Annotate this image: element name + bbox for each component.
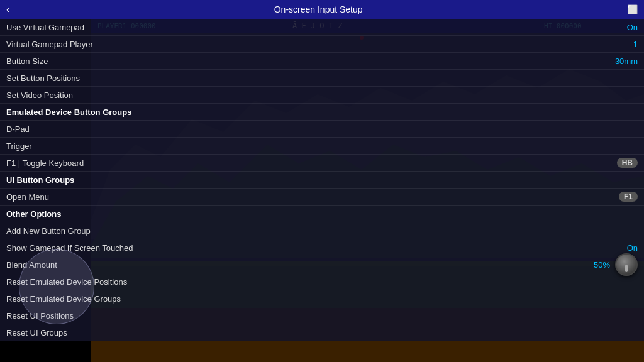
menu-row-reset-ui-groups[interactable]: Reset UI Groups [0, 324, 644, 341]
menu-row-d-pad[interactable]: D-Pad [0, 121, 644, 138]
menu-panel: Use Virtual GamepadOnVirtual Gamepad Pla… [0, 19, 644, 362]
menu-row-ui-button-groups: UI Button Groups [0, 172, 644, 189]
menu-label-reset-ui-groups: Reset UI Groups [6, 328, 67, 337]
menu-value-virtual-gamepad-player: 1 [633, 40, 638, 49]
menu-label-button-size: Button Size [6, 57, 48, 66]
menu-label-trigger: Trigger [6, 141, 32, 151]
menu-row-virtual-gamepad-player[interactable]: Virtual Gamepad Player1 [0, 36, 644, 53]
gamepad-overlay[interactable] [19, 249, 94, 324]
menu-row-f1-toggle-keyboard[interactable]: F1 | Toggle KeyboardHB [0, 155, 644, 172]
menu-row-trigger[interactable]: Trigger [0, 138, 644, 155]
menu-label-add-new-button-group: Add New Button Group [6, 226, 91, 236]
menu-value-use-virtual-gamepad: On [627, 23, 638, 32]
back-button[interactable]: ‹ [6, 4, 9, 15]
window-icon[interactable]: ⬜ [627, 4, 638, 14]
header-bar: ‹ On-screen Input Setup ⬜ [0, 0, 644, 19]
menu-label-d-pad: D-Pad [6, 124, 30, 134]
menu-row-use-virtual-gamepad[interactable]: Use Virtual GamepadOn [0, 19, 644, 36]
menu-label-set-video-position: Set Video Position [6, 90, 73, 100]
menu-label-emulated-device-button-groups: Emulated Device Button Groups [6, 107, 131, 117]
menu-label-f1-toggle-keyboard: F1 | Toggle Keyboard [6, 158, 84, 168]
menu-row-reset-emulated-device-groups[interactable]: Reset Emulated Device Groups [0, 290, 644, 307]
menu-label-use-virtual-gamepad: Use Virtual Gamepad [6, 23, 84, 32]
menu-row-button-size[interactable]: Button Size30mm [0, 53, 644, 70]
menu-value-blend-amount: 50% [594, 260, 610, 270]
blend-knob[interactable] [615, 253, 638, 276]
menu-badge-open-menu: F1 [619, 192, 638, 202]
menu-value-button-size: 30mm [615, 57, 638, 66]
menu-label-set-button-positions: Set Button Positions [6, 74, 80, 83]
menu-row-emulated-device-button-groups: Emulated Device Button Groups [0, 104, 644, 121]
menu-label-other-options: Other Options [6, 209, 61, 219]
menu-row-set-video-position[interactable]: Set Video Position [0, 87, 644, 104]
menu-badge-f1-toggle-keyboard: HB [617, 158, 638, 168]
menu-row-add-new-button-group[interactable]: Add New Button Group [0, 222, 644, 239]
header-title: On-screen Input Setup [274, 4, 363, 14]
menu-row-open-menu[interactable]: Open MenuF1 [0, 189, 644, 206]
menu-label-open-menu: Open Menu [6, 192, 49, 202]
menu-row-show-gamepad-if-screen-touched[interactable]: Show Gamepad If Screen TouchedOn [0, 239, 644, 256]
menu-label-ui-button-groups: UI Button Groups [6, 175, 74, 185]
menu-row-set-button-positions[interactable]: Set Button Positions [0, 70, 644, 87]
menu-row-other-options: Other Options [0, 206, 644, 222]
menu-row-blend-amount[interactable]: Blend Amount50% [0, 256, 644, 273]
menu-label-virtual-gamepad-player: Virtual Gamepad Player [6, 40, 93, 49]
menu-row-reset-ui-positions[interactable]: Reset UI Positions [0, 307, 644, 324]
menu-row-reset-emulated-device-positions[interactable]: Reset Emulated Device Positions [0, 273, 644, 290]
menu-value-show-gamepad-if-screen-touched: On [627, 243, 638, 253]
